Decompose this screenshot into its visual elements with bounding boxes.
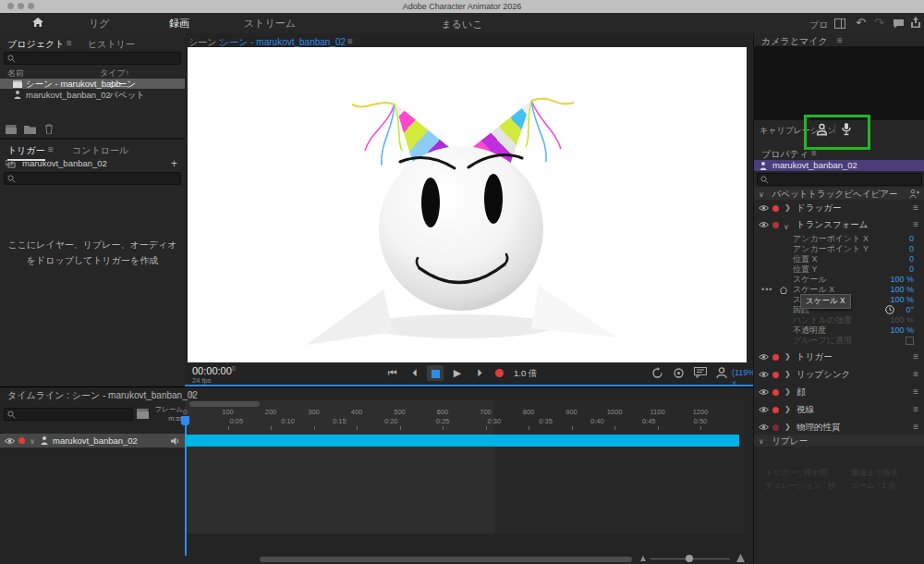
arm-record-dot[interactable] (772, 372, 779, 378)
arm-record-dot[interactable] (772, 222, 779, 228)
timeline-search-input[interactable] (4, 408, 133, 421)
eye-icon[interactable] (5, 437, 15, 445)
eye-icon[interactable] (759, 204, 769, 212)
timeline-zoom-slider-handle[interactable] (686, 555, 693, 562)
collapse-chevron-icon[interactable]: ∨ (784, 221, 789, 234)
zoom-in-icon[interactable] (736, 553, 746, 563)
clock-icon[interactable] (885, 305, 894, 314)
behavior-menu-icon[interactable]: ≡ (913, 218, 918, 231)
eye-icon[interactable] (759, 423, 769, 431)
expand-chevron-icon[interactable]: ❯ (784, 202, 791, 215)
arm-record-dot[interactable] (772, 354, 779, 361)
timeline-panel-menu-icon[interactable]: ≡ (189, 389, 195, 399)
property-value[interactable]: 100 % (890, 275, 914, 285)
speaker-icon[interactable] (171, 436, 180, 446)
behaviors-section-header[interactable]: ∨ パペットトラックビヘイビアー (754, 188, 924, 200)
new-scene-icon[interactable] (6, 125, 17, 134)
ruler-times[interactable]: :000:050:100:150:200:250:300:350:400:450… (185, 417, 753, 425)
property-value[interactable]: 0° (906, 305, 914, 315)
expand-chevron-icon[interactable]: ❯ (784, 421, 791, 434)
trigger-search-input[interactable] (4, 172, 181, 185)
arm-record-dot[interactable] (772, 389, 779, 396)
add-behavior-icon[interactable] (909, 190, 919, 198)
overflow-dots-icon[interactable]: ••• (761, 285, 772, 295)
tab-control[interactable]: コントロール (72, 144, 128, 157)
home-icon[interactable] (31, 16, 44, 29)
workspace-icon[interactable] (834, 18, 845, 29)
eye-icon[interactable] (759, 388, 769, 396)
add-trigger-button[interactable]: + (171, 157, 177, 170)
eye-icon[interactable] (759, 371, 769, 378)
previous-frame-button[interactable]: ⏴ (407, 367, 423, 379)
horizontal-scrollbar-thumb[interactable] (260, 557, 632, 562)
trigger-puppet-row[interactable]: marukovt_banban_02 + (0, 158, 185, 170)
replays-section-header[interactable]: ∨ リプレー (754, 435, 924, 447)
property-value[interactable]: 0 (909, 264, 914, 275)
behavior-row-transform[interactable]: ∨ トランスフォーム ≡ (754, 218, 924, 231)
checkbox[interactable] (906, 337, 914, 345)
arm-record-dot[interactable] (772, 205, 779, 212)
camera-input-icon[interactable] (715, 366, 728, 379)
snap-icon[interactable] (673, 367, 685, 379)
arm-record-dot[interactable] (772, 424, 779, 431)
playback-speed[interactable]: 1.0 倍 (514, 368, 537, 380)
play-button[interactable]: ▶ (449, 367, 466, 379)
puppet-track-bar[interactable] (185, 435, 739, 447)
undo-icon[interactable]: ↶ (856, 16, 866, 30)
behavior-menu-icon[interactable]: ≡ (913, 421, 918, 434)
tab-history[interactable]: ヒストリー (88, 38, 135, 51)
property-value[interactable]: 0 (909, 254, 914, 264)
trash-icon[interactable] (44, 124, 54, 134)
behavior-row-face[interactable]: ❯ 顔 ≡ (754, 386, 924, 398)
behavior-row-lipsync[interactable]: ❯ リップシンク ≡ (754, 368, 924, 381)
pentagon-icon[interactable] (780, 287, 787, 294)
eye-icon[interactable] (759, 353, 769, 361)
scene-panel-menu-icon[interactable]: ≡ (347, 36, 353, 46)
loop-playback-icon[interactable] (651, 367, 663, 379)
comment-icon[interactable] (694, 367, 707, 378)
tab-stream[interactable]: ストリーム (244, 17, 296, 31)
go-to-start-button[interactable]: ⏮ (384, 367, 401, 379)
next-frame-button[interactable]: ⏵ (471, 367, 488, 379)
selected-puppet-row[interactable]: marukovt_banban_02 (754, 160, 924, 171)
ruler-scroll-thumb[interactable] (189, 401, 260, 407)
behavior-menu-icon[interactable]: ≡ (913, 350, 918, 363)
track-header-row[interactable]: ∨ marukovt_banban_02 (0, 434, 185, 448)
expand-chevron-icon[interactable]: ❯ (784, 368, 791, 381)
project-search-input[interactable] (4, 52, 181, 65)
property-value[interactable]: 0 (909, 234, 914, 244)
expand-chevron-icon[interactable]: ❯ (784, 403, 791, 416)
table-row-puppet[interactable]: marukovt_banban_02 パペット (0, 90, 185, 100)
feedback-icon[interactable] (893, 18, 905, 29)
pro-badge[interactable]: プロ (809, 18, 828, 31)
eye-icon[interactable] (759, 406, 769, 413)
expand-chevron-icon[interactable]: ❯ (784, 350, 791, 363)
property-value[interactable]: 0 (909, 244, 914, 254)
stop-button[interactable] (427, 365, 444, 381)
behavior-menu-icon[interactable]: ≡ (913, 368, 918, 381)
behavior-menu-icon[interactable]: ≡ (913, 386, 918, 398)
eye-icon[interactable] (759, 221, 769, 228)
property-value[interactable]: 100 % (890, 325, 914, 336)
project-panel-menu-icon[interactable]: ≡ (67, 38, 72, 48)
properties-panel-menu-icon[interactable]: ≡ (811, 148, 817, 158)
behavior-menu-icon[interactable]: ≡ (913, 403, 918, 416)
expand-chevron-icon[interactable]: ❯ (784, 386, 791, 398)
table-row-scene[interactable]: シーン - marukovt_banb... シーン (0, 79, 185, 89)
property-value[interactable]: 100 % (890, 295, 914, 305)
timecode[interactable]: 00:00:000 (192, 365, 236, 376)
behavior-row-trigger[interactable]: ❯ トリガー ≡ (754, 350, 924, 363)
collapse-chevron-icon[interactable]: ∨ (30, 437, 35, 446)
ruler-frames[interactable]: 0100200300400500600700800900100011001200 (185, 408, 753, 416)
redo-icon[interactable]: ↷ (874, 16, 884, 30)
tab-record[interactable]: 録画 (169, 17, 189, 35)
share-icon[interactable] (910, 17, 921, 29)
new-folder-icon[interactable] (24, 125, 36, 134)
property-value[interactable]: 100 % (890, 285, 914, 295)
trigger-panel-menu-icon[interactable]: ≡ (48, 144, 54, 154)
camera-panel-menu-icon[interactable]: ≡ (837, 35, 843, 45)
behavior-menu-icon[interactable]: ≡ (913, 202, 918, 215)
scene-canvas[interactable] (188, 47, 747, 362)
zoom-out-icon[interactable] (639, 555, 647, 562)
arm-record-dot[interactable] (18, 437, 25, 444)
